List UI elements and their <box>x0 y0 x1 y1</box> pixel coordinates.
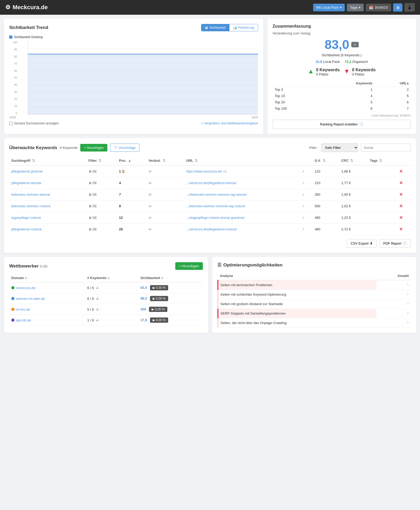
term-cell[interactable]: pflegedienst wismar <box>9 177 86 189</box>
keyword-link[interactable]: tagespflege rostock <box>11 216 41 220</box>
gesamt-suchvolumen-checkbox[interactable]: Gesamt Suchvolumen anzeigen <box>9 122 59 125</box>
competitor-row: aps-bb.de 1 / 6 -/- 17,6 ▶ 0,00 % <box>9 315 203 326</box>
tab-sichtbarkeit[interactable]: ▦ Sichtbarkeit <box>201 24 229 31</box>
keywords-section: Überwachte Keywords 6 Keywords + hinzufü… <box>4 138 416 253</box>
delete-icon[interactable]: ✕ <box>399 227 403 231</box>
veraend-cell: -/- <box>146 200 184 212</box>
search-input[interactable] <box>361 144 411 152</box>
external-link-icon[interactable]: ↗ <box>302 193 305 197</box>
domain-link[interactable]: aps-bb.de <box>11 318 83 322</box>
delete-icon[interactable]: ✕ <box>399 169 403 174</box>
gear-icon: ⚙ <box>5 4 11 11</box>
optimierung-title: ☰ Optimierungsmöglichkeiten <box>217 262 411 268</box>
last-update: Letzte Aktualisierung: 30/08/23 <box>273 114 411 117</box>
domain-link[interactable]: wohnen-im-alter.de <box>11 297 83 301</box>
ext-link-cell[interactable]: ↗ <box>299 189 313 200</box>
col-cpc: CPC ⇅ <box>339 156 368 165</box>
csv-export-button[interactable]: CSV Export ⬇ <box>347 239 377 248</box>
competitors-header: Wettbewerber 3 /20 + Hinzufügen <box>9 262 203 270</box>
keyword-row: pflegedienst rostock 🖥 DE 25 -/- ...meck… <box>9 224 411 235</box>
delete-icon[interactable]: ✕ <box>399 215 403 220</box>
pos-cell: 7 <box>117 189 146 200</box>
date-button[interactable]: 📅 30/08/23 <box>366 4 391 11</box>
chart-footer: Gesamt Suchvolumen anzeigen ↗ Vergrößern… <box>9 122 258 125</box>
delete-cell[interactable]: ✕ <box>397 177 411 189</box>
external-link-icon[interactable]: ↗ <box>302 216 305 220</box>
local-pack-button[interactable]: Mit Local Pack ▾ <box>313 4 345 11</box>
vorschlaege-button[interactable]: 🛡 Vorschläge <box>110 144 139 152</box>
filter-cell: 🖥 DE <box>86 212 117 224</box>
pdf-report-button[interactable]: PDF Report 📄 <box>379 239 411 248</box>
domain-link[interactable]: vs-hro.de <box>11 307 83 311</box>
kw-count-cell: 6 / 6 -/- <box>85 293 138 304</box>
device-filter: 🖥 DE <box>88 216 115 220</box>
delete-cell[interactable]: ✕ <box>397 200 411 212</box>
external-link-icon[interactable]: ↗ <box>302 204 305 208</box>
url-link[interactable]: ...e/tagespflege-rostock-wismar-guestrow… <box>186 216 245 220</box>
sv-cell: 480 <box>313 224 339 235</box>
external-link-icon[interactable]: ↗ <box>302 227 305 231</box>
bar-chart-icon: ▦ <box>205 26 208 29</box>
url-link[interactable]: ...e/betreutes-wohnen-senioren-wg-wismar… <box>186 193 247 196</box>
domain-link[interactable]: meckcura.de <box>11 286 83 290</box>
trend-badge: ▶ 0,00 % <box>150 317 168 323</box>
term-cell[interactable]: pflegedienst rostock <box>9 224 86 235</box>
top-row: Sichtbarkeit Trend ▦ Sichtbarkeit 📊 Plat… <box>4 19 416 134</box>
external-link-icon[interactable]: ↗ <box>302 181 305 185</box>
keyword-row: pflegedienst güstrow 🖥 DE 1 🏠 -/- https:… <box>9 165 411 177</box>
keyword-link[interactable]: pflegedienst rostock <box>11 227 42 231</box>
keyword-link[interactable]: pflegedienst güstrow <box>11 169 43 173</box>
ext-link-cell[interactable]: ↗ <box>299 224 313 235</box>
filter-select[interactable]: Kein Filter <box>321 143 358 152</box>
ranking-report-button[interactable]: Ranking Report erstellen 📄 <box>273 120 411 129</box>
ext-link-cell[interactable]: ↗ <box>299 212 313 224</box>
ext-link-cell[interactable]: ↗ <box>299 200 313 212</box>
add-keyword-button[interactable]: + hinzufügen <box>80 144 107 152</box>
external-link-icon[interactable]: ↗ <box>302 169 305 174</box>
optimierung-card: ☰ Optimierungsmöglichkeiten Analyse Anza… <box>212 257 416 333</box>
keyword-link[interactable]: pflegedienst wismar <box>11 181 42 185</box>
vergroessern-link[interactable]: ↗ Vergrößern und Wettbewerbsvergleich <box>201 122 258 125</box>
term-cell[interactable]: betreutes wohnen rostock <box>9 200 86 212</box>
ranking-table: Keywords URLs Top 3 1 2 Top 10 4 5 <box>273 80 411 112</box>
col-sv: S.V. ⇅ <box>313 156 339 165</box>
desktop-device-button[interactable]: 🖥 <box>393 3 402 12</box>
tage-button[interactable]: Tage ▾ <box>347 4 364 11</box>
ext-link-cell[interactable]: ↗ <box>299 177 313 189</box>
competitor-row: meckcura.de 6 / 6 -/- 83,0 ▶ 0,00 % <box>9 282 203 293</box>
keywords-section-left: Überwachte Keywords 6 Keywords + hinzufü… <box>9 144 139 152</box>
add-competitor-button[interactable]: + Hinzufügen <box>175 262 203 270</box>
checkbox-input[interactable] <box>9 122 13 125</box>
delete-icon[interactable]: ✕ <box>399 192 403 197</box>
filter-cell: 🖥 DE <box>86 165 117 177</box>
url-link[interactable]: .../betreutes-wohnen-senioren-wg-rostock… <box>186 204 245 208</box>
tags-cell <box>368 200 397 212</box>
analyse-cell: SERP Snippets mit Darstellungsproblemen <box>218 309 376 318</box>
competitor-row: vs-hro.de 5 / 6 -/- 428 ▶ 0,00 % <box>9 304 203 315</box>
delete-icon[interactable]: ✕ <box>399 204 403 208</box>
term-cell[interactable]: tagespflege rostock <box>9 212 86 224</box>
col-veraend: Veränd. ⇅ <box>146 156 184 165</box>
delete-cell[interactable]: ✕ <box>397 212 411 224</box>
col-analyse: Analyse <box>218 272 376 280</box>
main-content: Sichtbarkeit Trend ▦ Sichtbarkeit 📊 Plat… <box>0 15 420 337</box>
term-cell[interactable]: betreutes wohnen wismar <box>9 189 86 200</box>
keyword-link[interactable]: betreutes wohnen wismar <box>11 193 50 196</box>
keyword-link[interactable]: betreutes wohnen rostock <box>11 204 51 208</box>
delete-cell[interactable]: ✕ <box>397 165 411 177</box>
ext-link-cell[interactable]: ↗ <box>299 165 313 177</box>
term-cell[interactable]: pflegedienst güstrow <box>9 165 86 177</box>
mobile-device-button[interactable]: 📱 <box>404 3 415 12</box>
domain-cell: aps-bb.de <box>9 315 85 326</box>
keywords-col-header: Keywords <box>318 80 374 87</box>
delete-cell[interactable]: ✕ <box>397 224 411 235</box>
url-link[interactable]: https://www.meckcura.de/ +1 <box>186 170 227 173</box>
down-keywords-count: 0 Keywords <box>352 68 376 72</box>
delete-icon[interactable]: ✕ <box>399 181 403 185</box>
tab-platzierung[interactable]: 📊 Platzierung <box>229 24 258 31</box>
url-link[interactable]: ...meckcura.de/pflegedienst-wismar/ <box>186 181 237 185</box>
favicon-icon <box>11 286 14 289</box>
delete-cell[interactable]: ✕ <box>397 189 411 200</box>
url-link[interactable]: ...meckcura.de/pflegedienst-rostock/ <box>186 228 237 231</box>
url-cell: ...e/tagespflege-rostock-wismar-guestrow… <box>184 212 299 224</box>
